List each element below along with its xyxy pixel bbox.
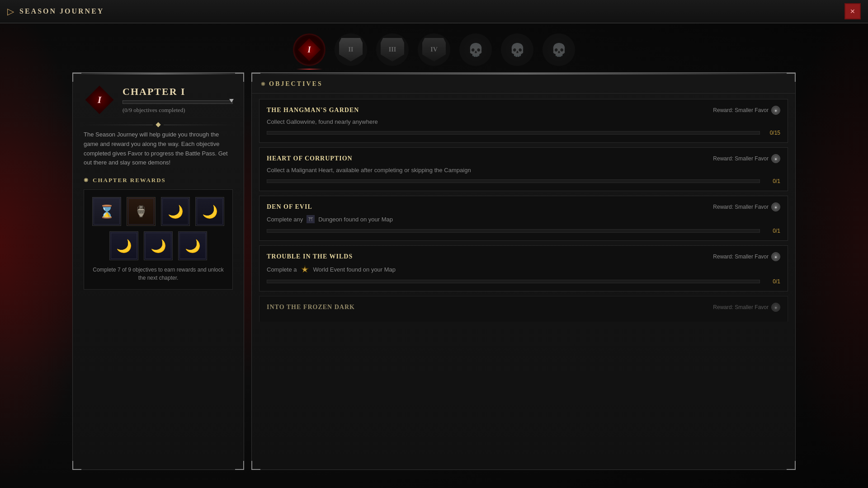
chapter-3-icon: III xyxy=(381,38,404,61)
reward-gem-1[interactable]: 🌙 xyxy=(109,231,138,260)
left-panel: I CHAPTER I (0/9 objectives completed) T… xyxy=(72,72,244,470)
right-corner-tl xyxy=(251,73,260,82)
chapter-name: CHAPTER I xyxy=(123,86,233,98)
objective-hangmans-garden-reward: Reward: Smaller Favor ● xyxy=(713,106,780,115)
objective-frozen-dark-reward: Reward: Smaller Favor ● xyxy=(713,303,780,312)
chapter-1-icon: I xyxy=(297,37,322,62)
axe-1-icon: 🌙 xyxy=(168,204,184,219)
chapter-7-badge: 💀 xyxy=(542,33,575,66)
objective-frozen-dark-title: INTO THE FROZEN DARK xyxy=(267,304,355,311)
objective-den-of-evil-desc: Complete any ⛩ Dungeon found on your Map xyxy=(267,215,780,223)
objective-trouble-wilds[interactable]: TROUBLE IN THE WILDS Reward: Smaller Fav… xyxy=(259,245,788,291)
chapter-progress-bar xyxy=(123,100,233,104)
reward-gem-2[interactable]: 🌙 xyxy=(144,231,173,260)
close-button[interactable]: ✕ xyxy=(844,3,861,19)
objectives-header: ❋ OBJECTIVES xyxy=(252,73,795,94)
progress-bar-4 xyxy=(267,280,760,283)
objective-trouble-wilds-top: TROUBLE IN THE WILDS Reward: Smaller Fav… xyxy=(267,252,780,261)
corner-tr xyxy=(235,73,244,82)
tab-chapter-7[interactable]: 💀 xyxy=(542,33,575,66)
rewards-section: ❋ CHAPTER REWARDS ⌛ 🏺 🌙 🌙 xyxy=(84,177,233,290)
progress-bar-3 xyxy=(267,229,760,233)
objective-hangmans-garden-top: THE HANGMAN'S GARDEN Reward: Smaller Fav… xyxy=(267,106,780,115)
reward-totem[interactable]: 🏺 xyxy=(127,197,156,226)
chapter-3-badge: III xyxy=(376,33,409,66)
reward-coin-2: ● xyxy=(771,154,780,163)
objective-heart-corruption-desc: Collect a Malignant Heart, available aft… xyxy=(267,167,780,174)
progress-bar-1 xyxy=(267,131,760,135)
objective-frozen-dark-top: INTO THE FROZEN DARK Reward: Smaller Fav… xyxy=(267,303,780,312)
objective-trouble-wilds-reward: Reward: Smaller Favor ● xyxy=(713,252,780,261)
reward-label-1: Reward: Smaller Favor xyxy=(713,107,769,113)
header-title-area: ▷ SEASON JOURNEY xyxy=(7,6,104,17)
reward-label-2: Reward: Smaller Favor xyxy=(713,155,769,162)
objective-frozen-dark[interactable]: INTO THE FROZEN DARK Reward: Smaller Fav… xyxy=(259,296,788,322)
objective-heart-corruption[interactable]: HEART OF CORRUPTION Reward: Smaller Favo… xyxy=(259,147,788,191)
chapter-6-badge: 💀 xyxy=(501,33,533,66)
rewards-header: ❋ CHAPTER REWARDS xyxy=(84,177,233,184)
reward-coin-4: ● xyxy=(771,252,780,261)
rewards-deco-left: ❋ xyxy=(84,177,89,184)
progress-text-4: 0/1 xyxy=(764,278,780,285)
chapter-5-badge: 💀 xyxy=(459,33,492,66)
objective-hangmans-garden-desc: Collect Gallowvine, found nearly anywher… xyxy=(267,118,780,125)
reward-gem-3[interactable]: 🌙 xyxy=(178,231,207,260)
objectives-list[interactable]: THE HANGMAN'S GARDEN Reward: Smaller Fav… xyxy=(252,94,795,469)
progress-text-2: 0/1 xyxy=(764,178,780,184)
corner-bl xyxy=(72,461,81,470)
chapter-7-skull: 💀 xyxy=(547,38,571,61)
sep-line-right xyxy=(164,125,233,125)
chapter-2-badge: II xyxy=(335,33,367,66)
right-panel: ❋ OBJECTIVES THE HANGMAN'S GARDEN Reward… xyxy=(251,72,796,470)
gem-1-icon: 🌙 xyxy=(116,239,132,253)
chapter-4-icon: IV xyxy=(422,38,446,61)
chapter-description: The Season Journey will help guide you t… xyxy=(84,130,233,168)
objective-trouble-wilds-desc: Complete a ★ World Event found on your M… xyxy=(267,265,780,274)
chapter-5-skull: 💀 xyxy=(464,38,487,61)
objectives-deco: ❋ xyxy=(261,81,265,88)
right-corner-tr xyxy=(787,73,796,82)
tab-chapter-5[interactable]: 💀 xyxy=(459,33,492,66)
active-tab-underline xyxy=(296,69,322,70)
dungeon-icon: ⛩ xyxy=(307,215,315,223)
page-title: SEASON JOURNEY xyxy=(19,7,104,15)
reward-hourglass[interactable]: ⌛ xyxy=(92,197,121,226)
objective-heart-corruption-progress: 0/1 xyxy=(267,178,780,184)
objective-trouble-wilds-title: TROUBLE IN THE WILDS xyxy=(267,253,353,260)
reward-axe-1[interactable]: 🌙 xyxy=(161,197,190,226)
tab-chapter-4[interactable]: IV xyxy=(418,33,450,66)
progress-text-3: 0/1 xyxy=(764,228,780,234)
chapter-1-badge: I xyxy=(293,33,326,66)
chapter-progress-marker xyxy=(229,99,234,103)
right-corner-bl xyxy=(251,461,260,470)
totem-icon: 🏺 xyxy=(134,205,148,218)
objective-hangmans-garden-progress: 0/15 xyxy=(267,130,780,136)
right-corner-br xyxy=(787,461,796,470)
chapter-4-badge: IV xyxy=(418,33,450,66)
tab-chapter-2[interactable]: II xyxy=(335,33,367,66)
objective-den-of-evil-progress: 0/1 xyxy=(267,228,780,234)
objective-den-of-evil-top: DEN OF EVIL Reward: Smaller Favor ● xyxy=(267,202,780,211)
objectives-title: OBJECTIVES xyxy=(269,80,323,88)
main-content: I CHAPTER I (0/9 objectives completed) T… xyxy=(72,72,796,470)
progress-text-1: 0/15 xyxy=(764,130,780,136)
chapter-2-icon: II xyxy=(339,38,363,61)
objective-den-of-evil-title: DEN OF EVIL xyxy=(267,203,312,211)
world-event-icon: ★ xyxy=(300,265,309,274)
rewards-row-1: ⌛ 🏺 🌙 🌙 xyxy=(91,197,225,226)
reward-label-3: Reward: Smaller Favor xyxy=(713,204,769,210)
objective-den-of-evil[interactable]: DEN OF EVIL Reward: Smaller Favor ● Comp… xyxy=(259,196,788,241)
sep-line-left xyxy=(84,125,153,125)
tab-chapter-6[interactable]: 💀 xyxy=(501,33,533,66)
rewards-row-2: 🌙 🌙 🌙 xyxy=(91,231,225,260)
chapter-tabs-row: I II III IV 💀 💀 💀 xyxy=(0,27,868,72)
gem-3-icon: 🌙 xyxy=(185,239,201,253)
header-arrow-icon: ▷ xyxy=(7,6,14,17)
reward-label-5: Reward: Smaller Favor xyxy=(713,304,769,310)
chapter-count: (0/9 objectives completed) xyxy=(123,107,233,114)
tab-chapter-1[interactable]: I xyxy=(293,33,326,66)
tab-chapter-3[interactable]: III xyxy=(376,33,409,66)
reward-axe-2[interactable]: 🌙 xyxy=(195,197,224,226)
objective-hangmans-garden[interactable]: THE HANGMAN'S GARDEN Reward: Smaller Fav… xyxy=(259,99,788,143)
axe-2-icon: 🌙 xyxy=(202,204,218,219)
